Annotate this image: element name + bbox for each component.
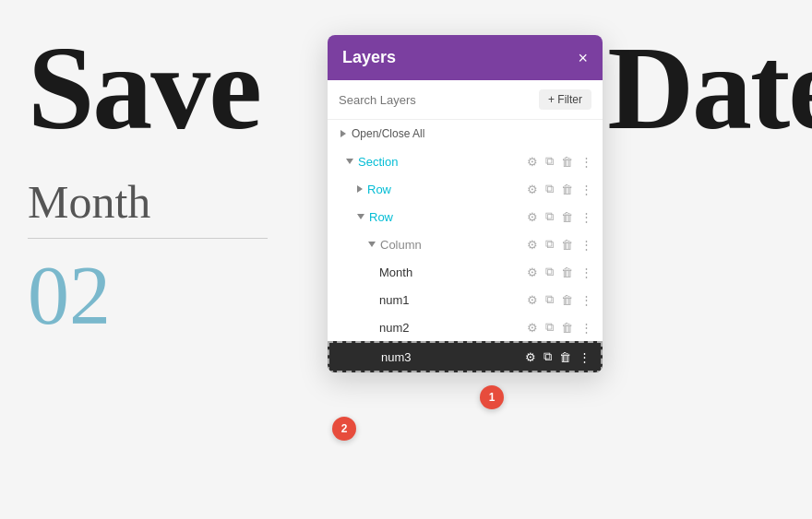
layer-name-month: Month (379, 265, 522, 279)
trash-button-num2[interactable]: 🗑 (560, 320, 574, 336)
trash-icon: 🗑 (561, 183, 573, 196)
layer-item-num1[interactable]: num1 ⚙ ⧉ 🗑 ⋮ (328, 286, 603, 313)
layer-icons-row2: ⚙ ⧉ 🗑 ⋮ (526, 208, 593, 225)
trash-icon: 🗑 (561, 155, 573, 169)
layer-name-num3: num3 (381, 350, 520, 364)
gear-icon: ⚙ (527, 238, 538, 252)
layer-name-num1: num1 (379, 293, 522, 307)
layer-icons-row1: ⚙ ⧉ 🗑 ⋮ (526, 181, 593, 197)
month-text: Month (28, 175, 150, 229)
gear-button-num3[interactable]: ⚙ (524, 349, 537, 365)
trash-button-month[interactable]: 🗑 (560, 265, 574, 280)
save-text: Save (28, 28, 260, 147)
layer-icons-month: ⚙ ⧉ 🗑 ⋮ (526, 264, 593, 280)
trash-icon: 🗑 (561, 238, 573, 252)
dots-button-column[interactable]: ⋮ (579, 237, 593, 253)
filter-button[interactable]: + Filter (539, 89, 591, 110)
trash-icon: 🗑 (561, 293, 573, 307)
dots-button-section[interactable]: ⋮ (579, 154, 593, 170)
layer-item-num2[interactable]: num2 ⚙ ⧉ 🗑 ⋮ (328, 313, 603, 341)
trash-button-row2[interactable]: 🗑 (560, 209, 574, 225)
search-bar: + Filter (328, 80, 603, 120)
chevron-down-icon (368, 242, 376, 247)
trash-icon: 🗑 (561, 321, 573, 335)
panel-header: Layers × (328, 35, 603, 80)
dots-icon: ⋮ (580, 293, 592, 307)
copy-button-num3[interactable]: ⧉ (543, 348, 553, 365)
trash-icon: 🗑 (561, 265, 573, 279)
layer-icons-num1: ⚙ ⧉ 🗑 ⋮ (526, 291, 593, 308)
gear-icon: ⚙ (527, 265, 538, 279)
layer-item-num3[interactable]: num3 ⚙ ⧉ 🗑 ⋮ (328, 341, 603, 372)
trash-button-section[interactable]: 🗑 (560, 154, 574, 170)
dots-button-month[interactable]: ⋮ (579, 265, 593, 280)
copy-icon: ⧉ (545, 154, 554, 169)
dots-icon: ⋮ (580, 210, 592, 224)
copy-icon: ⧉ (545, 237, 554, 252)
copy-button-section[interactable]: ⧉ (544, 153, 555, 170)
gear-button-row2[interactable]: ⚙ (526, 209, 539, 225)
close-button[interactable]: × (578, 50, 588, 66)
copy-button-row1[interactable]: ⧉ (544, 181, 555, 197)
open-close-all[interactable]: Open/Close All (328, 120, 603, 147)
dots-button-row2[interactable]: ⋮ (579, 209, 593, 225)
copy-icon: ⧉ (545, 209, 554, 224)
panel-title: Layers (342, 48, 396, 67)
dots-button-num3[interactable]: ⋮ (578, 349, 591, 365)
dots-button-num1[interactable]: ⋮ (579, 292, 593, 308)
gear-button-num1[interactable]: ⚙ (526, 292, 539, 308)
chevron-right-icon (340, 130, 346, 137)
copy-button-row2[interactable]: ⧉ (544, 208, 555, 225)
trash-button-row1[interactable]: 🗑 (560, 182, 574, 197)
layer-item-row2[interactable]: Row ⚙ ⧉ 🗑 ⋮ (328, 203, 603, 230)
dots-icon: ⋮ (580, 183, 592, 196)
badge-1: 1 (480, 385, 504, 409)
panel-body: + Filter Open/Close All Section ⚙ ⧉ 🗑 ⋮ (328, 80, 603, 372)
copy-icon: ⧉ (543, 349, 552, 364)
trash-icon: 🗑 (561, 210, 573, 224)
layer-icons-num3: ⚙ ⧉ 🗑 ⋮ (524, 348, 591, 365)
copy-button-num1[interactable]: ⧉ (544, 291, 555, 308)
gear-button-row1[interactable]: ⚙ (526, 182, 539, 197)
layer-icons-num2: ⚙ ⧉ 🗑 ⋮ (526, 319, 593, 336)
date-text: Date (607, 28, 812, 147)
trash-button-num3[interactable]: 🗑 (558, 349, 572, 365)
copy-button-month[interactable]: ⧉ (544, 264, 555, 280)
gear-button-month[interactable]: ⚙ (526, 265, 539, 280)
layer-item-column[interactable]: Column ⚙ ⧉ 🗑 ⋮ (328, 230, 603, 258)
layer-item-row1[interactable]: Row ⚙ ⧉ 🗑 ⋮ (328, 175, 603, 203)
copy-icon: ⧉ (545, 320, 554, 335)
divider (28, 238, 268, 239)
gear-icon: ⚙ (525, 350, 536, 364)
badge-2: 2 (332, 417, 356, 441)
search-input[interactable] (339, 93, 531, 107)
layers-list: Section ⚙ ⧉ 🗑 ⋮ Row ⚙ ⧉ 🗑 ⋮ (328, 147, 603, 372)
gear-button-num2[interactable]: ⚙ (526, 320, 539, 336)
dots-icon: ⋮ (580, 321, 592, 335)
layer-item-section[interactable]: Section ⚙ ⧉ 🗑 ⋮ (328, 147, 603, 175)
gear-button-column[interactable]: ⚙ (526, 237, 539, 253)
dots-button-num2[interactable]: ⋮ (579, 320, 593, 336)
copy-button-column[interactable]: ⧉ (544, 236, 555, 253)
gear-icon: ⚙ (527, 155, 538, 169)
trash-icon: 🗑 (559, 350, 571, 364)
dots-button-row1[interactable]: ⋮ (579, 182, 593, 197)
layer-name-row1: Row (367, 183, 522, 196)
layer-name-num2: num2 (379, 321, 522, 335)
gear-icon: ⚙ (527, 183, 538, 196)
gear-icon: ⚙ (527, 210, 538, 224)
dots-icon: ⋮ (580, 238, 592, 252)
copy-icon: ⧉ (545, 265, 554, 279)
trash-button-column[interactable]: 🗑 (560, 237, 574, 253)
layer-name-column: Column (380, 238, 522, 252)
chevron-down-icon (346, 159, 353, 164)
layer-icons-column: ⚙ ⧉ 🗑 ⋮ (526, 236, 593, 253)
trash-button-num1[interactable]: 🗑 (560, 292, 574, 308)
layer-name-section: Section (358, 155, 522, 169)
layer-item-month[interactable]: Month ⚙ ⧉ 🗑 ⋮ (328, 258, 603, 286)
layer-icons-section: ⚙ ⧉ 🗑 ⋮ (526, 153, 593, 170)
chevron-right-icon (357, 185, 363, 193)
dots-icon: ⋮ (580, 155, 592, 169)
copy-button-num2[interactable]: ⧉ (544, 319, 555, 336)
gear-button-section[interactable]: ⚙ (526, 154, 539, 170)
